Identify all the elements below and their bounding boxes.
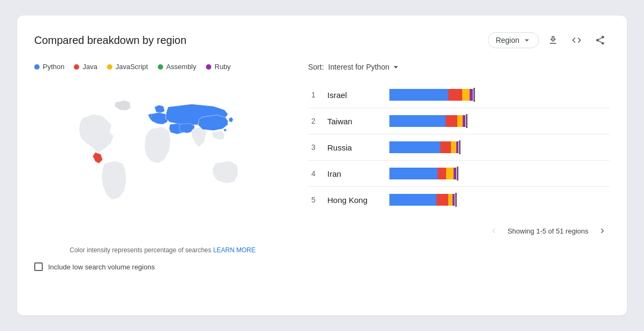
rank-name: Russia: [327, 143, 381, 152]
bar-container: [389, 167, 610, 180]
embed-button[interactable]: [567, 31, 586, 50]
bar-container: [389, 141, 610, 154]
bar-tick: [466, 114, 467, 128]
sort-row: Sort: Interest for Python: [308, 63, 610, 71]
download-icon: [548, 35, 558, 46]
legend-label: JavaScript: [116, 63, 148, 71]
prev-page-button[interactable]: [486, 223, 501, 238]
region-dropdown[interactable]: Region: [488, 32, 539, 48]
legend-label: Java: [82, 63, 97, 71]
learn-more-link[interactable]: LEARN MORE: [213, 246, 255, 254]
bar-segment: [448, 194, 453, 206]
bar-container: [389, 115, 610, 127]
rank-name: Iran: [327, 169, 381, 178]
bar-segment: [389, 89, 448, 101]
bar-tick: [455, 193, 457, 207]
bar-segment: [389, 141, 440, 153]
bar-segment: [446, 168, 454, 179]
sort-value: Interest for Python: [328, 63, 389, 71]
rank-number: 4: [308, 169, 319, 178]
bar-segment: [463, 115, 465, 127]
bar-tick: [473, 88, 475, 102]
next-page-button[interactable]: [595, 223, 610, 238]
legend-item-javascript: JavaScript: [107, 63, 148, 71]
legend-dot: [206, 64, 211, 70]
legend: PythonJavaJavaScriptAssemblyRuby: [34, 63, 291, 71]
legend-item-ruby: Ruby: [206, 63, 231, 71]
bar-segment: [454, 168, 456, 179]
legend-label: Python: [43, 63, 64, 71]
bar-segment: [446, 115, 457, 127]
table-row: 4 Iran: [308, 161, 610, 187]
share-button[interactable]: [591, 31, 610, 50]
legend-item-java: Java: [74, 63, 97, 71]
page-title: Compared breakdown by region: [34, 34, 187, 47]
bar-segment: [451, 141, 456, 153]
bar-tick: [459, 140, 461, 154]
table-row: 5 Hong Kong: [308, 187, 610, 213]
main-card: Compared breakdown by region Region Pyth…: [17, 16, 627, 315]
bar-container: [389, 88, 610, 101]
bar-segment: [389, 168, 438, 179]
table-row: 1 Israel: [308, 82, 610, 108]
rank-number: 2: [308, 117, 319, 125]
left-panel: PythonJavaJavaScriptAssemblyRuby: [34, 63, 291, 271]
content-area: PythonJavaJavaScriptAssemblyRuby: [34, 63, 610, 271]
low-volume-checkbox[interactable]: [34, 262, 43, 271]
map-note: Color intensity represents percentage of…: [34, 246, 291, 254]
low-volume-label: Include low search volume regions: [48, 263, 155, 271]
rank-name: Hong Kong: [327, 195, 381, 205]
legend-item-assembly: Assembly: [158, 63, 196, 71]
legend-dot: [107, 64, 112, 70]
chevron-down-icon: [523, 36, 531, 44]
bar-segment: [438, 168, 446, 179]
pagination: Showing 1-5 of 51 regions: [308, 223, 610, 238]
right-panel: Sort: Interest for Python 1 Israel 2 Tai…: [308, 63, 610, 271]
map-svg: [72, 90, 254, 219]
legend-dot: [34, 64, 40, 70]
legend-label: Ruby: [214, 63, 231, 71]
legend-label: Assembly: [166, 63, 196, 71]
legend-dot: [74, 64, 79, 70]
rankings-list: 1 Israel 2 Taiwan 3 Russia 4 Iran 5 Hong…: [308, 82, 610, 213]
embed-icon: [571, 35, 582, 46]
rank-number: 3: [308, 143, 319, 152]
bar-container: [389, 193, 610, 206]
bar-segment: [457, 115, 463, 127]
rank-number: 5: [308, 195, 319, 204]
sort-dropdown[interactable]: Interest for Python: [328, 63, 400, 71]
chevron-left-icon: [489, 226, 499, 236]
table-row: 2 Taiwan: [308, 108, 610, 134]
chevron-right-icon: [597, 226, 607, 236]
bar-segment: [436, 194, 448, 206]
region-label: Region: [496, 36, 519, 44]
header-actions: Region: [488, 31, 610, 50]
rank-number: 1: [308, 91, 319, 99]
low-volume-row: Include low search volume regions: [34, 262, 291, 271]
legend-dot: [158, 64, 163, 70]
share-icon: [595, 35, 605, 46]
card-header: Compared breakdown by region Region: [34, 31, 610, 50]
sort-label: Sort:: [308, 63, 324, 71]
bar-segment: [448, 89, 462, 101]
bar-segment: [462, 89, 470, 101]
bar-segment: [389, 115, 446, 127]
sort-chevron-icon: [392, 63, 400, 71]
rank-name: Israel: [327, 91, 381, 100]
bar-segment: [440, 141, 451, 153]
rank-name: Taiwan: [327, 117, 381, 126]
world-map: [34, 79, 291, 229]
table-row: 3 Russia: [308, 134, 610, 161]
download-button[interactable]: [543, 31, 563, 50]
bar-tick: [457, 167, 458, 180]
bar-segment: [456, 141, 458, 153]
bar-segment: [470, 89, 473, 101]
bar-segment: [453, 194, 455, 206]
pagination-text: Showing 1-5 of 51 regions: [508, 227, 588, 235]
legend-item-python: Python: [34, 63, 64, 71]
bar-segment: [389, 194, 436, 206]
